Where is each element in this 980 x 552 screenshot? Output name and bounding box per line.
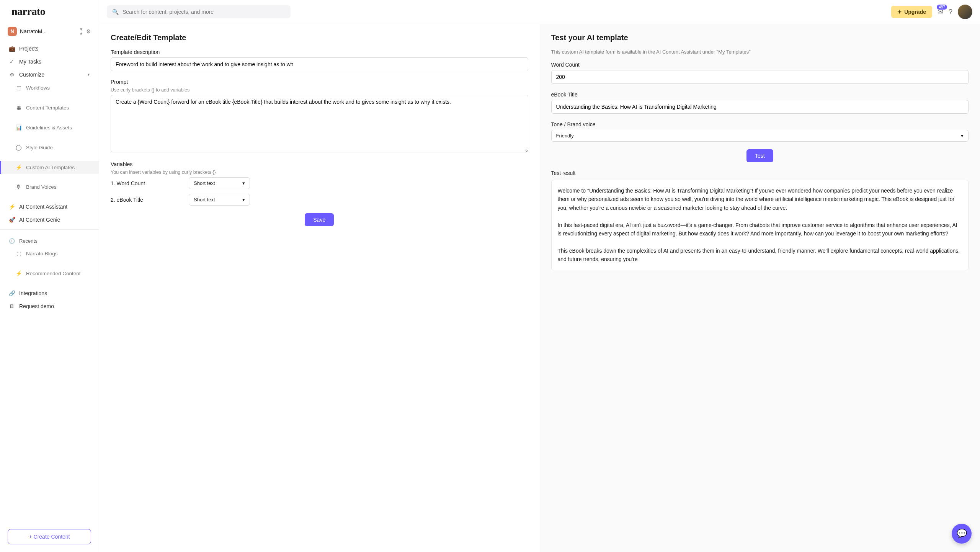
nav-label: Recommended Content <box>26 271 81 276</box>
nav-label: Customize <box>19 72 44 78</box>
workflow-icon: ◫ <box>15 85 22 91</box>
rocket-icon: 🚀 <box>8 217 15 223</box>
editor-title: Create/Edit Template <box>111 33 528 42</box>
check-circle-icon: ◯ <box>15 144 22 150</box>
nav-style-guide[interactable]: ◯ Style Guide <box>0 141 99 154</box>
nav-ai-content-assistant[interactable]: ⚡ AI Content Assistant <box>0 200 99 213</box>
nav-label: Style Guide <box>26 145 53 150</box>
nav-workflows[interactable]: ◫ Workflows <box>0 81 99 94</box>
variables-hint: You can insert variables by using curly … <box>111 170 528 175</box>
ebook-title-label: eBook Title <box>551 91 969 98</box>
desc-label: Template description <box>111 49 528 55</box>
variable-row: 2. eBook Title Short text ▾ <box>111 194 528 206</box>
help-icon[interactable]: ? <box>949 8 952 16</box>
chevron-down-icon: ▼▲ <box>79 28 83 35</box>
nav-request-demo[interactable]: 🖥 Request demo <box>0 300 99 313</box>
sparkle-icon: ✦ <box>897 9 902 15</box>
nav-projects[interactable]: 💼 Projects <box>0 42 99 55</box>
bolt-icon: ⚡ <box>8 204 15 210</box>
mic-icon: 🎙 <box>15 184 22 190</box>
nav-ai-content-genie[interactable]: 🚀 AI Content Genie <box>0 213 99 226</box>
nav-narrato-blogs[interactable]: ▢ Narrato Blogs <box>0 247 99 260</box>
search-input[interactable] <box>122 9 285 15</box>
test-subtitle: This custom AI template form is availabl… <box>551 49 969 55</box>
nav-customize[interactable]: ⚙ Customize ▼ <box>0 68 99 81</box>
create-content-button[interactable]: + Create Content <box>8 529 91 544</box>
chevron-down-icon: ▾ <box>242 197 245 203</box>
nav-recommended-content[interactable]: ⚡ Recommended Content <box>0 267 99 280</box>
nav-label: Guidelines & Assets <box>26 125 72 131</box>
nav-label: Projects <box>19 46 39 52</box>
clock-icon: 🕘 <box>8 238 15 244</box>
chat-icon: 💬 <box>957 529 967 539</box>
check-icon: ✓ <box>8 59 15 65</box>
bolt-icon: ⚡ <box>15 270 22 276</box>
workspace-name: NarratoM... <box>20 28 76 34</box>
template-description-input[interactable] <box>111 57 528 71</box>
variables-label: Variables <box>111 161 528 167</box>
word-count-label: Word Count <box>551 62 969 68</box>
workspace-badge: N <box>8 27 17 36</box>
bolt-icon: ⚡ <box>15 164 22 170</box>
nav-label: Request demo <box>19 303 54 309</box>
logo: narrato <box>0 0 99 23</box>
nav-label: AI Content Genie <box>19 217 60 223</box>
save-button[interactable]: Save <box>305 213 334 226</box>
variable-type-select[interactable]: Short text ▾ <box>189 177 250 189</box>
test-result-label: Test result <box>551 170 969 176</box>
folder-icon: ▢ <box>15 250 22 256</box>
tone-label: Tone / Brand voice <box>551 121 969 127</box>
nav-integrations[interactable]: 🔗 Integrations <box>0 287 99 300</box>
nav-label: My Tasks <box>19 59 41 65</box>
briefcase-icon: 💼 <box>8 46 15 52</box>
prompt-label: Prompt <box>111 79 528 85</box>
chat-widget[interactable]: 💬 <box>952 524 972 544</box>
monitor-icon: 🖥 <box>8 303 15 309</box>
test-title: Test your AI template <box>551 33 969 42</box>
nav-label: Workflows <box>26 85 50 91</box>
nav-label: Narrato Blogs <box>26 251 58 256</box>
upgrade-button[interactable]: ✦ Upgrade <box>891 6 932 18</box>
search-icon: 🔍 <box>112 9 119 15</box>
variable-name: 1. Word Count <box>111 180 183 186</box>
workspace-switcher[interactable]: N NarratoM... ▼▲ ⚙ <box>0 23 99 40</box>
user-avatar[interactable] <box>958 5 972 19</box>
nav-content-templates[interactable]: ▦ Content Templates <box>0 101 99 114</box>
nav-label: Custom AI Templates <box>26 165 75 170</box>
prompt-hint: Use curly brackets {} to add variables <box>111 87 528 93</box>
notification-count: 487 <box>937 5 947 10</box>
tone-select[interactable]: Friendly ▾ <box>551 130 969 142</box>
nav-brand-voices[interactable]: 🎙 Brand Voices <box>0 181 99 193</box>
nav-label: Content Templates <box>26 105 69 111</box>
test-result-output: Welcome to "Understanding the Basics: Ho… <box>551 180 969 270</box>
prompt-textarea[interactable]: Create a {Word Count} forword for an eBo… <box>111 95 528 152</box>
ebook-title-input[interactable] <box>551 100 969 114</box>
nav-custom-ai-templates[interactable]: ⚡ Custom AI Templates <box>0 161 99 174</box>
word-count-input[interactable] <box>551 70 969 84</box>
nav-label: Integrations <box>19 290 47 296</box>
gear-icon[interactable]: ⚙ <box>86 28 91 34</box>
templates-icon: ▦ <box>15 105 22 111</box>
search-bar[interactable]: 🔍 <box>107 5 291 18</box>
link-icon: 🔗 <box>8 290 15 296</box>
variable-row: 1. Word Count Short text ▾ <box>111 177 528 189</box>
recents-header: 🕘 Recents <box>0 233 99 247</box>
chevron-down-icon: ▾ <box>961 133 964 139</box>
test-button[interactable]: Test <box>746 149 773 162</box>
variable-name: 2. eBook Title <box>111 197 183 203</box>
chevron-down-icon: ▾ <box>242 180 245 186</box>
nav-my-tasks[interactable]: ✓ My Tasks <box>0 55 99 68</box>
notifications-icon[interactable]: ✉ 487 <box>938 8 943 16</box>
nav-guidelines[interactable]: 📊 Guidelines & Assets <box>0 121 99 134</box>
caret-down-icon: ▼ <box>87 73 90 77</box>
sliders-icon: ⚙ <box>8 72 15 78</box>
chart-icon: 📊 <box>15 124 22 131</box>
nav-label: AI Content Assistant <box>19 204 67 210</box>
nav-label: Brand Voices <box>26 184 57 190</box>
variable-type-select[interactable]: Short text ▾ <box>189 194 250 206</box>
